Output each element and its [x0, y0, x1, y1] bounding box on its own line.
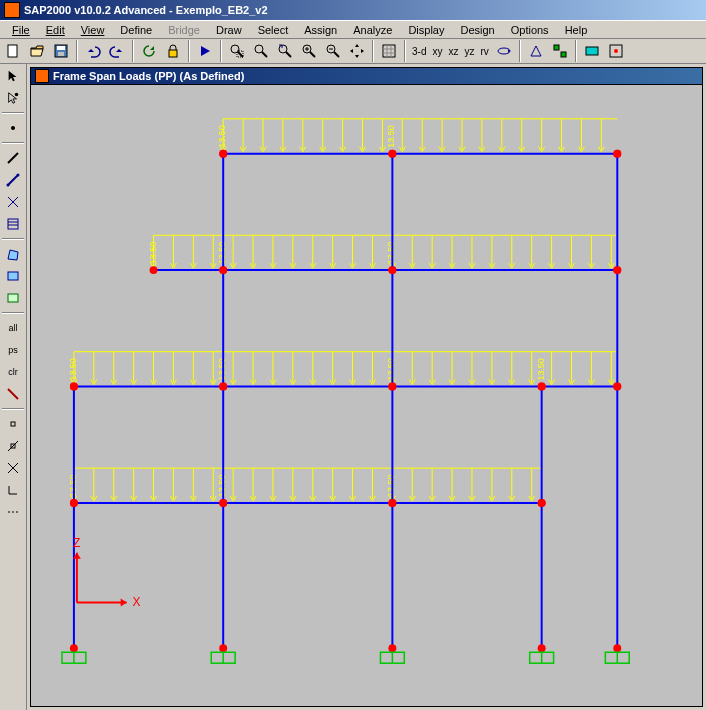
svg-point-146	[150, 266, 158, 274]
save-button[interactable]	[50, 40, 72, 62]
svg-point-33	[7, 184, 10, 187]
menu-assign[interactable]: Assign	[296, 23, 345, 37]
snap-intersections[interactable]	[2, 458, 24, 478]
zoom-previous-button[interactable]	[274, 40, 296, 62]
svg-rect-25	[561, 52, 566, 57]
svg-point-189	[219, 644, 227, 652]
zoom-out-button[interactable]	[322, 40, 344, 62]
shrink-button[interactable]	[549, 40, 571, 62]
quick-draw-area[interactable]	[2, 288, 24, 308]
pointer-tool[interactable]	[2, 66, 24, 86]
zoom-extents-button[interactable]	[250, 40, 272, 62]
svg-line-9	[262, 52, 267, 57]
svg-point-194	[388, 150, 396, 158]
quick-draw-brace[interactable]	[2, 192, 24, 212]
snap-points[interactable]	[2, 414, 24, 434]
menu-define[interactable]: Define	[112, 23, 160, 37]
view-3d-button[interactable]: 3-d	[410, 46, 428, 57]
view-xz-button[interactable]: xz	[446, 46, 460, 57]
lock-button[interactable]	[162, 40, 184, 62]
svg-point-34	[17, 174, 20, 177]
set-elements-button[interactable]	[605, 40, 627, 62]
view-rv-button[interactable]: rv	[478, 46, 490, 57]
svg-text:13.50: 13.50	[386, 475, 396, 497]
svg-line-32	[8, 175, 18, 185]
zoom-window-button[interactable]	[226, 40, 248, 62]
svg-point-204	[613, 644, 621, 652]
svg-rect-40	[8, 272, 18, 280]
draw-poly-area[interactable]	[2, 244, 24, 264]
svg-point-193	[388, 266, 396, 274]
menu-select[interactable]: Select	[250, 23, 297, 37]
redo-button[interactable]	[106, 40, 128, 62]
open-file-button[interactable]	[26, 40, 48, 62]
menu-file[interactable]: File	[4, 23, 38, 37]
window-title: SAP2000 v10.0.2 Advanced - Exemplo_EB2_v…	[24, 4, 268, 16]
menu-bridge: Bridge	[160, 23, 208, 37]
svg-rect-43	[11, 422, 15, 426]
menu-bar: File Edit View Define Bridge Draw Select…	[0, 20, 706, 38]
prev-selection[interactable]: ps	[2, 340, 24, 360]
svg-point-5	[231, 45, 239, 53]
svg-rect-37	[8, 219, 18, 229]
svg-point-29	[15, 93, 19, 97]
menu-options[interactable]: Options	[503, 23, 557, 37]
reshape-tool[interactable]	[2, 88, 24, 108]
rotate-view-button[interactable]	[493, 40, 515, 62]
snap-perpendicular[interactable]	[2, 480, 24, 500]
clear-selection[interactable]: clr	[2, 362, 24, 382]
intersecting-line-select[interactable]	[2, 384, 24, 404]
draw-secondary-beam[interactable]	[2, 214, 24, 234]
menu-analyze[interactable]: Analyze	[345, 23, 400, 37]
menu-edit[interactable]: Edit	[38, 23, 73, 37]
view-yz-button[interactable]: yz	[462, 46, 476, 57]
perspective-button[interactable]	[525, 40, 547, 62]
svg-text:13.50: 13.50	[386, 125, 396, 147]
svg-point-10	[279, 45, 287, 53]
menu-design[interactable]: Design	[452, 23, 502, 37]
svg-text:13.50: 13.50	[536, 358, 546, 380]
refresh-button[interactable]	[138, 40, 160, 62]
draw-rect-area[interactable]	[2, 266, 24, 286]
svg-text:13.50: 13.50	[217, 125, 227, 147]
view-title: Frame Span Loads (PP) (As Defined)	[53, 70, 244, 82]
pan-button[interactable]	[346, 40, 368, 62]
svg-line-31	[8, 153, 18, 163]
snap-lines[interactable]	[2, 502, 24, 522]
svg-line-6	[238, 52, 243, 57]
svg-text:Z: Z	[73, 536, 80, 550]
svg-point-191	[388, 499, 396, 507]
svg-text:13.50: 13.50	[217, 475, 227, 497]
svg-text:13.50: 13.50	[217, 242, 227, 264]
svg-point-188	[219, 150, 227, 158]
svg-rect-24	[554, 45, 559, 50]
draw-special-joint[interactable]	[2, 118, 24, 138]
show-grid-button[interactable]	[378, 40, 400, 62]
view-icon	[35, 69, 49, 83]
svg-point-28	[614, 49, 618, 53]
model-viewport[interactable]: 13.5013.5013.5013.5013.5013.5013.5013.50…	[30, 85, 703, 707]
object-fill-button[interactable]	[581, 40, 603, 62]
svg-point-30	[11, 126, 15, 130]
svg-point-182	[70, 383, 78, 391]
svg-rect-2	[57, 46, 65, 50]
undo-button[interactable]	[82, 40, 104, 62]
menu-display[interactable]: Display	[400, 23, 452, 37]
view-xy-button[interactable]: xy	[430, 46, 444, 57]
select-all[interactable]: all	[2, 318, 24, 338]
zoom-in-button[interactable]	[298, 40, 320, 62]
svg-rect-18	[383, 45, 395, 57]
menu-help[interactable]: Help	[557, 23, 596, 37]
svg-rect-0	[8, 45, 17, 57]
menu-draw[interactable]: Draw	[208, 23, 250, 37]
draw-frame[interactable]	[2, 148, 24, 168]
new-file-button[interactable]	[2, 40, 24, 62]
svg-point-187	[219, 266, 227, 274]
menu-view[interactable]: View	[73, 23, 113, 37]
svg-point-192	[388, 383, 396, 391]
quick-draw-frame[interactable]	[2, 170, 24, 190]
svg-text:13.50: 13.50	[68, 475, 78, 497]
svg-text:13.50: 13.50	[217, 358, 227, 380]
run-analysis-button[interactable]	[194, 40, 216, 62]
snap-midpoints[interactable]	[2, 436, 24, 456]
